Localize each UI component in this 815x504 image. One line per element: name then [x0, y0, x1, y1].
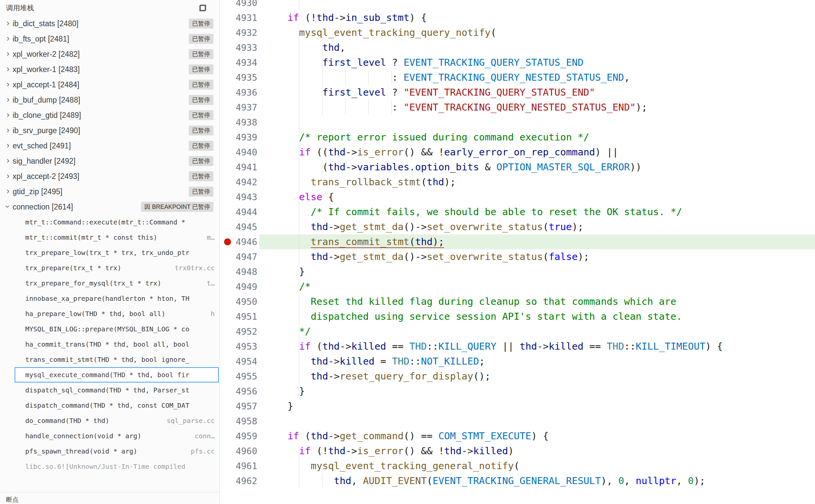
stack-frame-row[interactable]: ha_prepare_low(THD * thd, bool all)h: [0, 306, 220, 321]
code-text[interactable]: mysql_event_tracking_general_notify(: [259, 459, 815, 473]
code-text[interactable]: }: [259, 264, 815, 279]
code-text[interactable]: [259, 0, 815, 10]
code-text[interactable]: thd->get_stmt_da()->set_overwrite_status…: [259, 249, 815, 264]
code-text[interactable]: if (thd->get_command() == COM_STMT_EXECU…: [259, 429, 815, 444]
thread-row[interactable]: ›gtid_zip [2495]已暂停: [0, 184, 220, 199]
chevron-right-icon[interactable]: ›: [3, 141, 13, 149]
stack-frame-row[interactable]: trx_prepare_for_mysql(trx_t * trx)t…: [0, 276, 220, 291]
chevron-right-icon[interactable]: ›: [3, 110, 13, 119]
code-text[interactable]: thd, AUDIT_EVENT(EVENT_TRACKING_GENERAL_…: [259, 473, 815, 488]
stack-frame-row[interactable]: libc.so.6![Unknown/Just-In-Time compiled: [0, 459, 220, 474]
thread-row[interactable]: ›ib_fts_opt [2481]已暂停: [0, 31, 220, 46]
stack-frame-row[interactable]: handle_connection(void * arg)conn…: [0, 428, 220, 444]
breakpoint-gutter[interactable]: [220, 249, 235, 264]
code-text[interactable]: /*: [259, 279, 815, 294]
thread-row[interactable]: ›ib_srv_purge [2490]已暂停: [0, 123, 220, 138]
thread-row[interactable]: ›xpl_worker-1 [2483]已暂停: [0, 62, 220, 77]
breakpoint-gutter[interactable]: [220, 145, 235, 160]
code-text[interactable]: /* report error issued during command ex…: [259, 130, 815, 145]
code-text[interactable]: */: [259, 324, 815, 339]
stack-frame-row[interactable]: mtr_t::Command::execute(mtr_t::Command *: [0, 214, 220, 230]
breakpoint-gutter[interactable]: [220, 384, 235, 399]
code-text[interactable]: first_level ? EVENT_TRACKING_QUERY_STATU…: [259, 55, 815, 70]
breakpoint-gutter[interactable]: [220, 399, 235, 414]
code-text[interactable]: if ((thd->is_error() && !early_error_on_…: [259, 145, 815, 160]
code-text[interactable]: dispatched using service session API's s…: [259, 309, 815, 324]
thread-row[interactable]: ›xpl_accept-2 [2493]已暂停: [0, 169, 220, 184]
code-text[interactable]: Reset thd killed flag during cleanup so …: [259, 294, 815, 309]
stack-frame-row[interactable]: dispatch_sql_command(THD * thd, Parser_s…: [0, 382, 220, 398]
breakpoint-gutter[interactable]: [220, 160, 235, 175]
breakpoint-gutter[interactable]: [220, 324, 235, 339]
stack-frame-row[interactable]: mtr_t::commit(mtr_t * const this)m…: [0, 230, 220, 245]
stack-frame-row[interactable]: dispatch_command(THD * thd, const COM_DA…: [0, 398, 220, 413]
stack-frame-row[interactable]: ha_commit_trans(THD * thd, bool all, boo…: [0, 337, 220, 352]
thread-row[interactable]: ›connection [2614]因 BREAKPOINT 已暂停: [0, 199, 220, 214]
code-text[interactable]: thd->killed = THD::NOT_KILLED;: [259, 354, 815, 369]
breakpoint-gutter[interactable]: [220, 369, 235, 384]
code-text[interactable]: else {: [259, 190, 815, 205]
chevron-right-icon[interactable]: ›: [3, 80, 13, 88]
stack-frame-row[interactable]: mysql_execute_command(THD * thd, bool fi…: [15, 367, 219, 382]
thread-row[interactable]: ›ib_buf_dump [2488]已暂停: [0, 92, 220, 108]
stack-frame-row[interactable]: do_command(THD * thd)sql_parse.cc: [0, 413, 220, 428]
thread-row[interactable]: ›ib_clone_gtid [2489]已暂停: [0, 108, 220, 123]
breakpoint-gutter[interactable]: [220, 70, 235, 85]
breakpoint-gutter[interactable]: [220, 429, 235, 444]
thread-row[interactable]: ›xpl_accept-1 [2484]已暂停: [0, 77, 220, 92]
code-text[interactable]: [259, 414, 815, 429]
copy-call-stack-icon[interactable]: [199, 5, 206, 11]
chevron-right-icon[interactable]: ›: [3, 171, 13, 180]
code-text[interactable]: /* If commit fails, we should be able to…: [259, 205, 815, 219]
chevron-right-icon[interactable]: ›: [3, 19, 13, 27]
breakpoint-gutter[interactable]: [220, 264, 235, 279]
breakpoint-gutter[interactable]: [220, 473, 235, 488]
code-text[interactable]: : EVENT_TRACKING_QUERY_NESTED_STATUS_END…: [259, 70, 815, 85]
chevron-right-icon[interactable]: ›: [3, 156, 13, 165]
chevron-right-icon[interactable]: ›: [3, 126, 13, 134]
chevron-down-icon[interactable]: ›: [4, 202, 12, 211]
code-text[interactable]: if (!thd->is_error() && !thd->killed): [259, 444, 815, 459]
stack-frame-row[interactable]: MYSQL_BIN_LOG::prepare(MYSQL_BIN_LOG * c…: [0, 321, 220, 337]
code-text[interactable]: first_level ? "EVENT_TRACKING_QUERY_STAT…: [259, 85, 815, 100]
breakpoint-gutter[interactable]: [220, 444, 235, 459]
code-text[interactable]: (thd->variables.option_bits & OPTION_MAS…: [259, 160, 815, 175]
breakpoint-gutter[interactable]: [220, 100, 235, 115]
breakpoint-gutter[interactable]: [220, 219, 235, 234]
chevron-right-icon[interactable]: ›: [3, 64, 13, 73]
code-text[interactable]: thd,: [259, 40, 815, 55]
breakpoint-gutter[interactable]: [220, 0, 235, 10]
code-text[interactable]: thd->reset_query_for_display();: [259, 369, 815, 384]
breakpoint-gutter[interactable]: [220, 85, 235, 100]
breakpoint-gutter[interactable]: [220, 130, 235, 145]
thread-row[interactable]: ›sig_handler [2492]已暂停: [0, 153, 220, 169]
breakpoints-section-header[interactable]: 断点: [0, 492, 220, 504]
breakpoint-gutter[interactable]: [220, 354, 235, 369]
breakpoint-gutter[interactable]: [220, 459, 235, 473]
code-text[interactable]: [259, 115, 815, 130]
stack-frame-row[interactable]: trx_prepare_low(trx_t * trx, trx_undo_pt…: [0, 245, 220, 260]
breakpoint-gutter[interactable]: [220, 55, 235, 70]
breakpoint-gutter[interactable]: [220, 309, 235, 324]
stack-frame-row[interactable]: trans_commit_stmt(THD * thd, bool ignore…: [0, 352, 220, 367]
breakpoint-gutter[interactable]: [220, 279, 235, 294]
code-text[interactable]: thd->get_stmt_da()->set_overwrite_status…: [259, 219, 815, 234]
breakpoint-gutter[interactable]: [220, 40, 235, 55]
code-text[interactable]: mysql_event_tracking_query_notify(: [259, 25, 815, 40]
thread-row[interactable]: ›xpl_worker-2 [2482]已暂停: [0, 46, 220, 62]
code-text[interactable]: trans_commit_stmt(thd);: [259, 234, 815, 249]
code-text[interactable]: if (!thd->in_sub_stmt) {: [259, 10, 815, 25]
thread-row[interactable]: ›ib_dict_stats [2480]已暂停: [0, 16, 220, 31]
code-text[interactable]: }: [259, 399, 815, 414]
chevron-right-icon[interactable]: ›: [3, 34, 13, 42]
breakpoint-gutter[interactable]: [220, 190, 235, 205]
breakpoint-gutter[interactable]: [220, 205, 235, 219]
breakpoint-gutter[interactable]: [220, 25, 235, 40]
chevron-right-icon[interactable]: ›: [3, 95, 13, 104]
breakpoint-gutter[interactable]: [220, 10, 235, 25]
stack-frame-row[interactable]: trx_prepare(trx_t * trx)trx0trx.cc: [0, 260, 220, 276]
chevron-right-icon[interactable]: ›: [3, 187, 13, 195]
thread-row[interactable]: ›evt_sched [2491]已暂停: [0, 138, 220, 153]
code-text[interactable]: trans_rollback_stmt(thd);: [259, 175, 815, 190]
code-text[interactable]: }: [259, 384, 815, 399]
